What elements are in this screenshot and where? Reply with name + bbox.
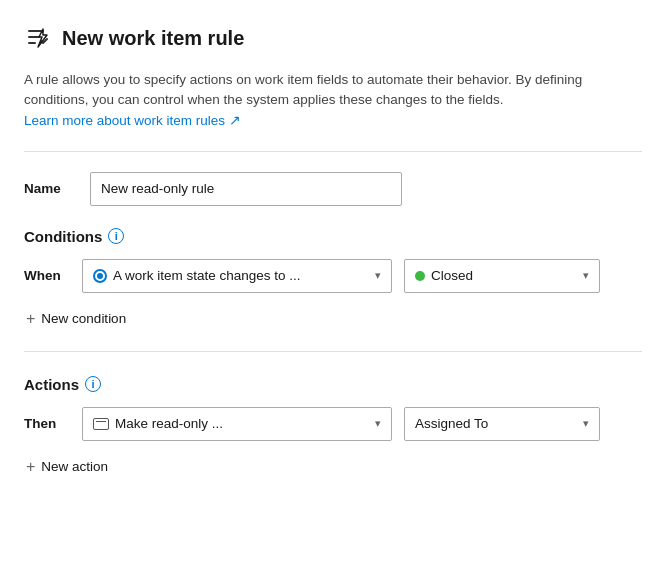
state-dropdown[interactable]: Closed ▾ [404,259,600,293]
conditions-info-icon[interactable]: i [108,228,124,244]
action-dropdown[interactable]: Make read-only ... ▾ [82,407,392,441]
actions-section: Actions i Then Make read-only ... ▾ Assi… [24,376,642,479]
make-readonly-icon [93,418,109,430]
when-dropdown-chevron: ▾ [375,269,381,282]
add-action-plus-icon: + [26,459,35,475]
header-divider [24,151,642,152]
add-condition-row: + New condition [24,307,642,331]
name-input[interactable] [90,172,402,206]
add-action-row: + New action [24,455,642,479]
learn-more-link[interactable]: Learn more about work item rules ↗ [24,113,241,128]
actions-info-icon[interactable]: i [85,376,101,392]
when-label: When [24,268,70,283]
state-dot-icon [415,271,425,281]
then-label: Then [24,416,70,431]
when-dropdown[interactable]: A work item state changes to ... ▾ [82,259,392,293]
name-label: Name [24,181,70,196]
work-item-rule-icon [24,24,52,52]
name-row: Name [24,172,642,206]
field-dropdown[interactable]: Assigned To ▾ [404,407,600,441]
state-dropdown-chevron: ▾ [583,269,589,282]
when-row: When A work item state changes to ... ▾ … [24,259,642,293]
add-condition-button[interactable]: + New condition [24,307,128,331]
plus-icon: + [26,311,35,327]
conditions-section: Conditions i When A work item state chan… [24,228,642,331]
actions-heading: Actions i [24,376,642,393]
radio-icon [93,269,107,283]
conditions-heading: Conditions i [24,228,642,245]
section-divider [24,351,642,352]
then-row: Then Make read-only ... ▾ Assigned To ▾ [24,407,642,441]
page-title: New work item rule [62,27,244,50]
add-action-button[interactable]: + New action [24,455,110,479]
page-header: New work item rule [24,24,642,52]
field-dropdown-chevron: ▾ [583,417,589,430]
action-dropdown-chevron: ▾ [375,417,381,430]
page-description: A rule allows you to specify actions on … [24,70,642,131]
